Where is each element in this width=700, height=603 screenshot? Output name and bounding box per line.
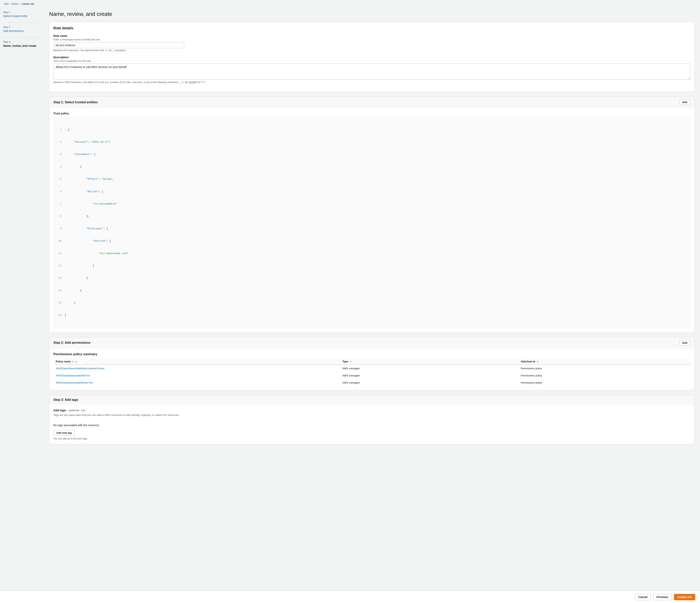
step2-edit-button[interactable]: Edit [679, 340, 690, 345]
tags-heading: Add tags - optional [53, 409, 80, 412]
breadcrumb-roles[interactable]: Roles [12, 2, 18, 5]
permissions-summary-title: Permissions policy summary [53, 352, 690, 356]
step1-title: Step 1: Select trusted entities [53, 101, 98, 104]
step2-body: Permissions policy summary Policy name ↗… [49, 348, 694, 390]
sidebar-step3-label: Name, review, and create [3, 44, 36, 47]
policy-type: AWS managed [340, 365, 518, 372]
page-title: Name, review, and create [49, 11, 695, 17]
policy-attached-as: Permissions policy [518, 379, 690, 386]
breadcrumb: IAM › Roles › Create role [0, 0, 700, 7]
step1-edit-button[interactable]: Edit [679, 100, 690, 105]
role-name-field: Role name Enter a meaningful name to ide… [53, 34, 690, 52]
external-link-icon: ↗ [72, 360, 74, 363]
page-footer: Cancel Previous Create role [0, 591, 700, 603]
main-content: Name, review, and create Role details Ro… [44, 7, 700, 598]
role-details-title: Role details [53, 26, 690, 30]
sidebar-step-2: Step 2 Add permissions [3, 26, 40, 32]
policy-link[interactable]: AWSElasticBeanstalkWebTier [56, 374, 90, 377]
sidebar-step1-label[interactable]: Select trusted entity [3, 15, 28, 18]
policy-attached-as: Permissions policy [518, 365, 690, 372]
role-details-card: Role details Role name Enter a meaningfu… [49, 22, 695, 92]
sidebar-step3-number: Step 3 [3, 41, 40, 44]
step3-title: Step 3: Add tags [53, 398, 78, 401]
policy-link[interactable]: AWSElasticBeanstalkMulticontainerDocker [56, 367, 105, 370]
description-field: Description Add a short explanation for … [53, 56, 690, 84]
policy-attached-as: Permissions policy [518, 372, 690, 379]
breadcrumb-sep2: › [20, 3, 20, 5]
filter-icon-type[interactable]: ▼ [350, 361, 352, 363]
step3-header: Step 3: Add tags [49, 395, 694, 404]
table-row: AWSElasticBeanstalkMulticontainerDocker … [53, 365, 690, 372]
th-type[interactable]: Type ▼ [340, 359, 518, 365]
tags-add-hint: You can add up to 50 more tags. [53, 437, 690, 440]
sidebar-step-1: Step 1 Select trusted entity [3, 11, 40, 18]
sidebar-step1-number: Step 1 [3, 11, 40, 14]
trust-policy-code: 1- { 2 "Version": "2012-10-17", 3 "State… [53, 117, 690, 328]
tags-info-link[interactable]: Info [81, 409, 85, 412]
filter-icon-attached[interactable]: ▼ [537, 361, 539, 363]
th-attached-as[interactable]: Attached as ▼ [518, 359, 690, 365]
step1-body: Trust policy 1- { 2 "Version": "2012-10-… [49, 108, 694, 332]
breadcrumb-sep1: › [10, 3, 10, 5]
policy-link[interactable]: AWSElasticBeanstalkWorkerTier [56, 381, 93, 384]
step2-section: Step 2: Add permissions Edit Permissions… [49, 337, 695, 390]
sort-icon-policy[interactable]: ▲ [75, 361, 77, 363]
tags-empty: No tags associated with the resource. [53, 424, 690, 427]
step1-header: Step 1: Select trusted entities Edit [49, 97, 694, 108]
sidebar-step2-number: Step 2 [3, 26, 40, 29]
sidebar-step2-label[interactable]: Add permissions [3, 29, 24, 32]
trust-policy-label: Trust policy [53, 112, 690, 115]
policy-type: AWS managed [340, 379, 518, 386]
step1-section: Step 1: Select trusted entities Edit Tru… [49, 97, 695, 333]
tags-title-row: Add tags - optional Info [53, 409, 690, 412]
description-textarea[interactable] [53, 63, 690, 79]
description-label: Description [53, 56, 690, 59]
breadcrumb-iam[interactable]: IAM [4, 2, 8, 5]
step2-title: Step 2: Add permissions [53, 341, 91, 344]
table-row: AWSElasticBeanstalkWebTier AWS managed P… [53, 372, 690, 379]
role-name-hint: Enter a meaningful name to identify this… [53, 38, 690, 41]
cancel-button[interactable]: Cancel [635, 594, 651, 600]
sidebar-step-3: Step 3 Name, review, and create [3, 41, 40, 47]
table-row: AWSElasticBeanstalkWorkerTier AWS manage… [53, 379, 690, 386]
role-name-input[interactable] [53, 42, 184, 48]
previous-button[interactable]: Previous [653, 594, 672, 600]
description-constraint: Maximum 1000 characters. Use letters (A-… [53, 81, 690, 84]
step3-body: Add tags - optional Info Tags are key-va… [49, 404, 694, 444]
sidebar: Step 1 Select trusted entity Step 2 Add … [0, 7, 44, 598]
tags-hint: Tags are key-value pairs that you can ad… [53, 414, 690, 417]
description-hint: Add a short explanation for this role. [53, 60, 690, 62]
role-name-constraint: Maximum 64 characters. Use alphanumeric … [53, 49, 690, 52]
create-role-button[interactable]: Create role [674, 594, 695, 600]
policy-type: AWS managed [340, 372, 518, 379]
role-name-label: Role name [53, 34, 690, 37]
add-new-tag-button[interactable]: Add new tag [53, 430, 75, 436]
tags-optional: - optional [67, 409, 79, 412]
step2-header: Step 2: Add permissions Edit [49, 337, 694, 348]
step3-section: Step 3: Add tags Add tags - optional Inf… [49, 395, 695, 444]
permissions-table: Policy name ↗ ▲ Type ▼ Attached as ▼ [53, 359, 690, 386]
th-policy-name[interactable]: Policy name ↗ ▲ [53, 359, 340, 365]
breadcrumb-create-role: Create role [21, 2, 34, 5]
